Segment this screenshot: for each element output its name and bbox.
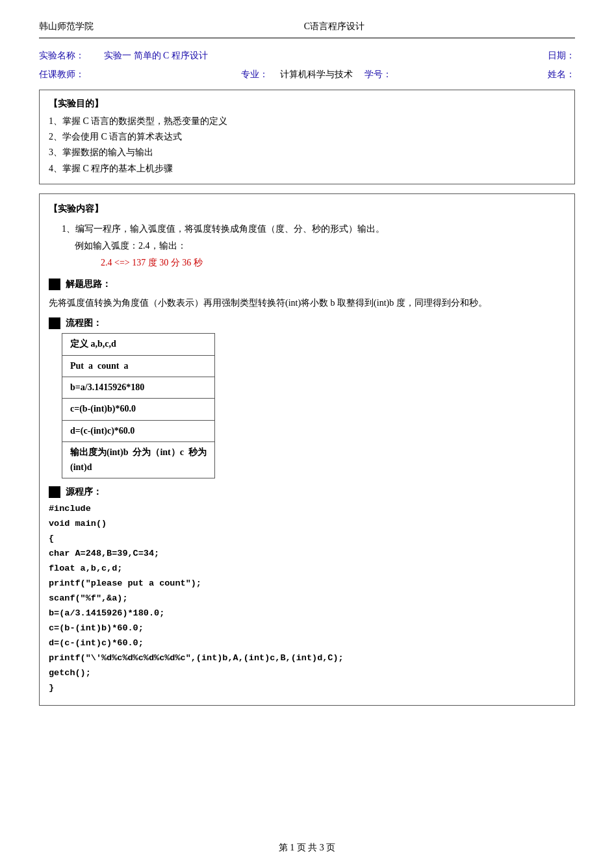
code-block: #includevoid main(){char A=248,B=39,C=34…: [49, 502, 565, 695]
code-line-0: #include: [49, 502, 565, 517]
objective-item-3: 3、掌握数据的输入与输出: [49, 145, 565, 160]
idea-section: 解题思路：: [49, 277, 565, 291]
code-line-5: printf("please put a count");: [49, 577, 565, 591]
objectives-title: 【实验目的】: [49, 97, 565, 111]
objectives-list: 1、掌握 C 语言的数据类型，熟悉变量的定义 2、学会使用 C 语言的算术表达式…: [49, 114, 565, 177]
code-line-8: c=(b-(int)b)*60.0;: [49, 621, 565, 636]
idea-text: 先将弧度值转换为角度值（小数表示）再用强制类型转换符(int)将小数 b 取整得…: [49, 295, 565, 311]
bullet-idea: [49, 279, 60, 290]
code-line-10: printf("\'%d%c%d%c%d%c%d%c",(int)b,A,(in…: [49, 651, 565, 666]
header-center: C语言程序设计: [304, 19, 365, 34]
content-example: 例如输入弧度：2.4，输出：: [75, 239, 565, 253]
bullet-flowchart: [49, 317, 60, 329]
flowchart-row-0: 定义 a,b,c,d: [62, 334, 215, 355]
date-label: 日期：: [548, 49, 575, 63]
code-line-12: }: [49, 681, 565, 696]
major-label: 专业：: [241, 68, 268, 82]
code-line-2: {: [49, 532, 565, 547]
idea-label: 解题思路：: [66, 279, 111, 289]
info-line1: 实验名称： 实验一 简单的 C 程序设计 日期：: [39, 49, 575, 63]
code-line-4: float a,b,c,d;: [49, 562, 565, 577]
objective-item-4: 4、掌握 C 程序的基本上机步骤: [49, 162, 565, 176]
student-id-label: 学号：: [365, 68, 392, 82]
flowchart-row-1: Put a count a: [62, 355, 215, 377]
flowchart-row-3: c=(b-(int)b)*60.0: [62, 399, 215, 420]
experiment-label: 实验名称：: [39, 49, 84, 63]
footer-text: 第 1 页 共 3 页: [279, 843, 336, 852]
page: 韩山师范学院 C语言程序设计 实验名称： 实验一 简单的 C 程序设计 日期： …: [0, 0, 614, 868]
flowchart-row-2: b=a/3.1415926*180: [62, 377, 215, 399]
header-left: 韩山师范学院: [39, 19, 94, 34]
source-section: 源程序：: [49, 485, 565, 499]
content-result: 2.4 <=> 137 度 30 分 36 秒: [101, 256, 565, 270]
major-value: 计算机科学与技术: [280, 68, 353, 82]
info-line2: 任课教师： 专业： 计算机科学与技术 学号： 姓名：: [39, 68, 575, 82]
content-task: 1、编写一程序，输入弧度值，将弧度转换成角度值（度、分、秒的形式）输出。: [62, 222, 565, 236]
footer: 第 1 页 共 3 页: [0, 841, 614, 855]
objectives-box: 【实验目的】 1、掌握 C 语言的数据类型，熟悉变量的定义 2、学会使用 C 语…: [39, 90, 575, 184]
teacher-label: 任课教师：: [39, 68, 84, 82]
header: 韩山师范学院 C语言程序设计: [39, 19, 575, 38]
content-title: 【实验内容】: [49, 202, 565, 216]
code-line-3: char A=248,B=39,C=34;: [49, 547, 565, 562]
flowchart-row-4: d=(c-(int)c)*60.0: [62, 420, 215, 441]
flowchart-label: 流程图：: [66, 316, 102, 330]
code-line-11: getch();: [49, 666, 565, 681]
bullet-source: [49, 486, 60, 498]
objective-item-1: 1、掌握 C 语言的数据类型，熟悉变量的定义: [49, 114, 565, 129]
flowchart-table: 定义 a,b,c,dPut a count ab=a/3.1415926*180…: [62, 333, 215, 478]
name-label: 姓名：: [548, 68, 575, 82]
code-line-1: void main(): [49, 517, 565, 532]
flowchart-section: 流程图：: [49, 316, 565, 330]
flowchart-row-5: 输出度为(int)b 分为（int）c 秒为 (int)d: [62, 442, 215, 478]
experiment-value: 实验一 简单的 C 程序设计: [104, 49, 528, 63]
code-line-7: b=(a/3.1415926)*180.0;: [49, 606, 565, 621]
code-line-9: d=(c-(int)c)*60.0;: [49, 636, 565, 651]
content-box: 【实验内容】 1、编写一程序，输入弧度值，将弧度转换成角度值（度、分、秒的形式）…: [39, 193, 575, 705]
source-label: 源程序：: [66, 485, 102, 499]
code-line-6: scanf("%f",&a);: [49, 591, 565, 606]
objective-item-2: 2、学会使用 C 语言的算术表达式: [49, 130, 565, 144]
